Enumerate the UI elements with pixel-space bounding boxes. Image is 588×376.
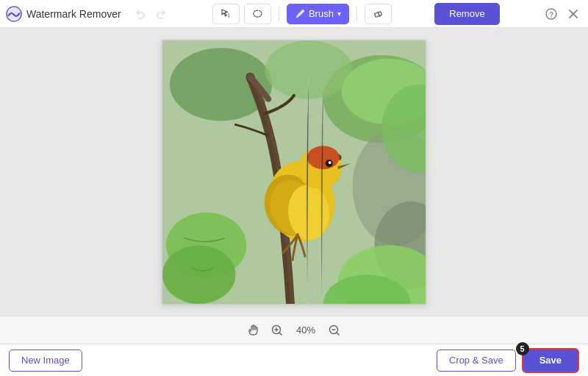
zoom-in-button[interactable] xyxy=(269,322,285,338)
toolbar-separator-1 xyxy=(279,7,279,21)
zoom-level: 40% xyxy=(293,324,319,336)
badge-number: 5 xyxy=(516,342,529,355)
nav-buttons xyxy=(132,5,170,23)
svg-line-34 xyxy=(337,333,339,335)
lasso-tool-button[interactable] xyxy=(244,4,271,24)
brush-tool-button[interactable]: Brush ▾ xyxy=(287,4,349,24)
bird-image xyxy=(162,40,426,304)
bottom-bar: New Image Crop & Save 5 Save xyxy=(0,344,588,376)
svg-point-11 xyxy=(265,40,352,99)
save-wrapper: 5 Save xyxy=(522,348,579,373)
zoom-out-button[interactable] xyxy=(326,322,343,338)
zoom-bar: 40% xyxy=(0,316,588,344)
eraser-tool-button[interactable] xyxy=(365,4,392,24)
image-container[interactable] xyxy=(162,40,426,305)
app-title: Watermark Remover xyxy=(26,8,121,20)
title-left: Watermark Remover xyxy=(6,5,170,23)
main-canvas-area[interactable] xyxy=(0,28,588,316)
crop-save-button[interactable]: Crop & Save xyxy=(437,350,516,372)
toolbar-center: Brush ▾ xyxy=(212,4,392,24)
app-logo-icon xyxy=(6,6,22,22)
selection-tool-button[interactable] xyxy=(212,4,240,24)
title-bar: Watermark Remover xyxy=(0,0,588,28)
svg-line-31 xyxy=(279,333,282,335)
svg-point-23 xyxy=(162,245,235,304)
close-button[interactable] xyxy=(564,5,582,23)
save-button[interactable]: Save xyxy=(522,348,579,373)
brush-label: Brush xyxy=(309,8,334,19)
remove-button[interactable]: Remove xyxy=(434,3,499,25)
svg-text:?: ? xyxy=(549,10,553,18)
bottom-right-actions: Crop & Save 5 Save xyxy=(437,348,579,373)
brush-chevron: ▾ xyxy=(337,10,341,18)
toolbar-separator-2 xyxy=(356,7,357,21)
new-image-button[interactable]: New Image xyxy=(9,350,82,372)
svg-point-21 xyxy=(329,161,331,164)
title-right: ? xyxy=(542,5,582,23)
redo-button[interactable] xyxy=(152,5,170,23)
undo-button[interactable] xyxy=(132,5,149,23)
hand-tool-button[interactable] xyxy=(245,322,262,338)
help-button[interactable]: ? xyxy=(542,5,560,23)
svg-point-19 xyxy=(307,146,340,169)
